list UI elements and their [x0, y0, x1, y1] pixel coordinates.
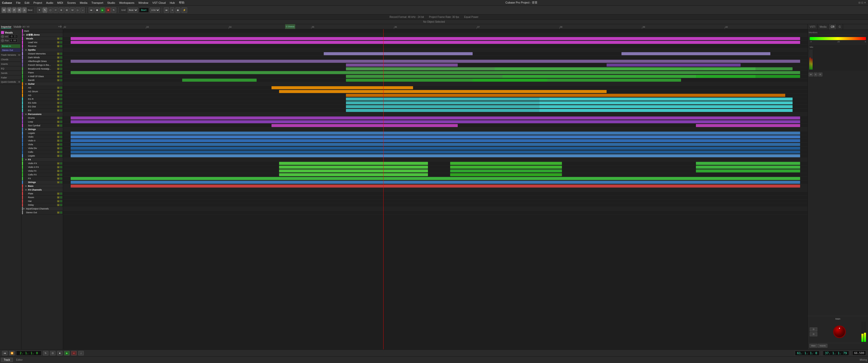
track-mute-btn-25[interactable]: M [57, 124, 60, 127]
track-solo-btn-13[interactable]: S [60, 79, 62, 81]
clip-13-2[interactable] [473, 79, 547, 82]
track-item-19[interactable]: EG SoloMS [22, 101, 63, 105]
track-expand-arrow-42[interactable]: ▶ [26, 189, 28, 191]
ruler[interactable]: C Chorus 32333435363738394041 [63, 24, 807, 29]
track-lane-20[interactable] [63, 105, 807, 109]
track-item-16[interactable]: AG StrumMS [22, 90, 63, 94]
clip-9-0[interactable] [346, 64, 458, 67]
menu-hub[interactable]: Hub [170, 1, 175, 4]
track-lane-16[interactable] [63, 90, 807, 94]
track-lane-40[interactable] [63, 180, 807, 184]
master-volume-knob[interactable] [833, 325, 846, 338]
track-solo-btn-33[interactable]: S [60, 155, 62, 157]
clip-33-0[interactable] [71, 154, 800, 157]
clip-13-0[interactable] [182, 79, 257, 82]
track-solo-btn-39[interactable]: S [60, 177, 62, 180]
tab-media[interactable]: Media [817, 24, 829, 30]
track-lane-34[interactable] [63, 158, 807, 162]
track-item-39[interactable]: FXMS [22, 177, 63, 180]
track-solo-btn-9[interactable]: S [60, 64, 62, 66]
transport-prev-btn[interactable]: ⏮ [2, 351, 7, 356]
clip-18-1[interactable] [539, 98, 793, 101]
track-item-8[interactable]: Afterthought SinesMS [22, 60, 63, 63]
track-lane-39[interactable] [63, 177, 807, 180]
track-expand-arrow-5[interactable]: ▶ [26, 49, 28, 51]
toolbar-split-tool[interactable]: ✂ [53, 7, 58, 13]
track-lane-8[interactable] [63, 60, 807, 63]
pan-knob[interactable] [1, 39, 4, 42]
track-item-34[interactable]: ▶FX [22, 158, 63, 162]
track-mute-btn-10[interactable]: M [57, 68, 60, 70]
clip-17-0[interactable] [346, 94, 785, 97]
track-item-31[interactable]: Viola DivMS [22, 146, 63, 150]
track-mute-btn-37[interactable]: M [57, 170, 60, 172]
tab-cr[interactable]: CR [829, 24, 836, 30]
clip-36-0[interactable] [279, 166, 428, 169]
sends-header[interactable]: Sends [1, 72, 20, 74]
track-expand-arrow-1[interactable]: ▶ [24, 34, 26, 36]
track-mute-btn-35[interactable]: M [57, 162, 60, 165]
toolbar-record-btn[interactable]: ⏺ [105, 7, 111, 13]
clip-16-0[interactable] [279, 90, 607, 93]
track-mute-btn-17[interactable]: M [57, 94, 60, 97]
track-lane-32[interactable] [63, 150, 807, 154]
track-lane-43[interactable] [63, 192, 807, 196]
track-mute-btn-31[interactable]: M [57, 147, 60, 150]
transport-loop-btn[interactable]: ↻ [43, 351, 49, 356]
track-item-15[interactable]: AGMS [22, 86, 63, 90]
toolbar-extra-btn1[interactable]: ⏮ [164, 7, 169, 13]
clip-25-1[interactable] [696, 124, 800, 127]
mute-button[interactable]: M [809, 73, 813, 76]
toolbar-quantize-select[interactable]: 1/16 [150, 7, 160, 12]
track-lane-10[interactable] [63, 67, 807, 71]
tab-vsti[interactable]: VSTI [808, 24, 817, 30]
track-solo-btn-43[interactable]: S [60, 192, 62, 195]
bottom-tab-editor[interactable]: Editor [13, 358, 26, 362]
track-mute-btn-32[interactable]: M [57, 151, 60, 153]
track-item-37[interactable]: Viola FXMS [22, 169, 63, 173]
toolbar-extra-btn2[interactable]: ≡ [170, 7, 174, 13]
track-solo-btn-30[interactable]: S [60, 143, 62, 146]
track-mute-btn-2[interactable]: M [57, 37, 60, 40]
menu-audio[interactable]: Audio [46, 1, 53, 4]
track-solo-btn-48[interactable]: S [60, 211, 62, 214]
track-item-12[interactable]: A Wall Of GlassMS [22, 75, 63, 78]
track-mute-btn-36[interactable]: M [57, 166, 60, 168]
clip-10-2[interactable] [607, 67, 681, 70]
toolbar-glue-tool[interactable]: ⊕ [59, 7, 64, 13]
clip-29-0[interactable] [71, 139, 800, 142]
clip-38-1[interactable] [450, 173, 562, 176]
track-item-46[interactable]: DelayMS [22, 203, 63, 207]
clip-30-0[interactable] [71, 143, 800, 146]
toolbar-monitor-btn[interactable]: M [1, 7, 6, 13]
track-item-35[interactable]: Violin FXMS [22, 162, 63, 165]
pan-value[interactable]: 0.00 [9, 39, 17, 42]
clip-40-0[interactable] [71, 181, 800, 184]
track-mute-btn-12[interactable]: M [57, 75, 60, 78]
track-mute-btn-11[interactable]: M [57, 71, 60, 74]
track-solo-btn-4[interactable]: S [60, 45, 62, 47]
track-versions-header[interactable]: Track Versions M [1, 54, 20, 56]
clip-15-0[interactable] [272, 86, 413, 89]
track-mute-btn-6[interactable]: M [57, 53, 60, 55]
track-lane-4[interactable] [63, 44, 807, 48]
track-mute-btn-40[interactable]: M [57, 181, 60, 184]
inspector-sends-in[interactable]: Bones In [1, 44, 20, 48]
transport-play-main-btn[interactable]: ▶ [64, 351, 70, 356]
track-item-33[interactable]: LegatoMS [22, 154, 63, 158]
track-mute-btn-8[interactable]: M [57, 60, 60, 63]
track-lane-29[interactable] [63, 139, 807, 143]
clip-27-0[interactable] [71, 132, 800, 135]
inserts-tab-btn[interactable]: Inserts [818, 344, 827, 348]
track-solo-btn-45[interactable]: S [60, 200, 62, 202]
track-lane-28[interactable] [63, 135, 807, 139]
track-item-44[interactable]: RoomMS [22, 196, 63, 199]
track-solo-btn-7[interactable]: S [60, 56, 62, 59]
track-mute-btn-15[interactable]: M [57, 87, 60, 89]
toolbar-chord-tool[interactable]: ♪ [81, 7, 85, 13]
menu-vst-cloud[interactable]: VST Cloud [152, 1, 166, 4]
track-mute-btn-23[interactable]: M [57, 117, 60, 119]
toolbar-stop-btn[interactable]: ⏹ [94, 7, 100, 13]
track-mute-btn-46[interactable]: M [57, 204, 60, 206]
track-item-45[interactable]: HatMS [22, 199, 63, 203]
